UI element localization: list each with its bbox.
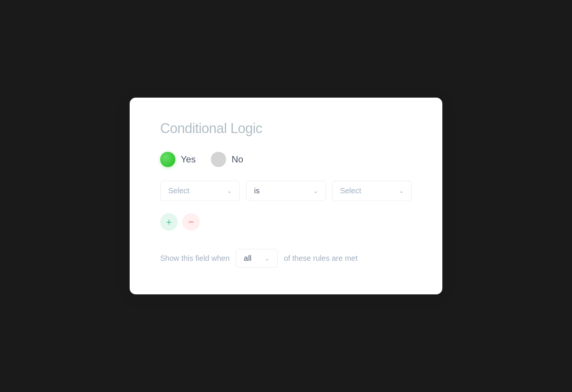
no-radio-label: No — [231, 154, 243, 165]
dropdowns-row: Select ⌄ is ⌄ Select ⌄ — [160, 181, 412, 201]
condition-dropdown[interactable]: is ⌄ — [246, 181, 326, 201]
field-select-text: Select — [168, 186, 190, 195]
all-rules-text: all — [244, 254, 251, 263]
yes-radio-option[interactable]: Yes — [160, 152, 196, 167]
radio-group: Yes No — [160, 152, 412, 167]
action-buttons: + − — [160, 213, 412, 231]
field-select-dropdown[interactable]: Select ⌄ — [160, 181, 240, 201]
add-rule-button[interactable]: + — [160, 213, 178, 231]
remove-rule-button[interactable]: − — [182, 213, 200, 231]
field-select-chevron-icon: ⌄ — [227, 187, 232, 194]
all-rules-dropdown[interactable]: all ⌄ — [236, 249, 278, 268]
value-select-dropdown[interactable]: Select ⌄ — [332, 181, 412, 201]
yes-radio-circle[interactable] — [160, 152, 175, 167]
rules-suffix-text: of these rules are met — [284, 254, 357, 263]
no-radio-circle[interactable] — [211, 152, 226, 167]
rules-prefix-text: Show this field when — [160, 254, 230, 263]
no-radio-option[interactable]: No — [211, 152, 243, 167]
all-rules-chevron-icon: ⌄ — [265, 255, 270, 262]
add-icon: + — [166, 217, 172, 227]
value-select-chevron-icon: ⌄ — [399, 187, 404, 194]
remove-icon: − — [188, 217, 194, 227]
card-title: Conditional Logic — [160, 120, 412, 137]
condition-chevron-icon: ⌄ — [313, 187, 318, 194]
yes-radio-label: Yes — [181, 154, 196, 165]
conditional-logic-card: Conditional Logic Yes No Select ⌄ is ⌄ S… — [130, 98, 442, 294]
condition-text: is — [254, 186, 259, 195]
rules-row: Show this field when all ⌄ of these rule… — [160, 249, 412, 268]
value-select-text: Select — [340, 186, 362, 195]
